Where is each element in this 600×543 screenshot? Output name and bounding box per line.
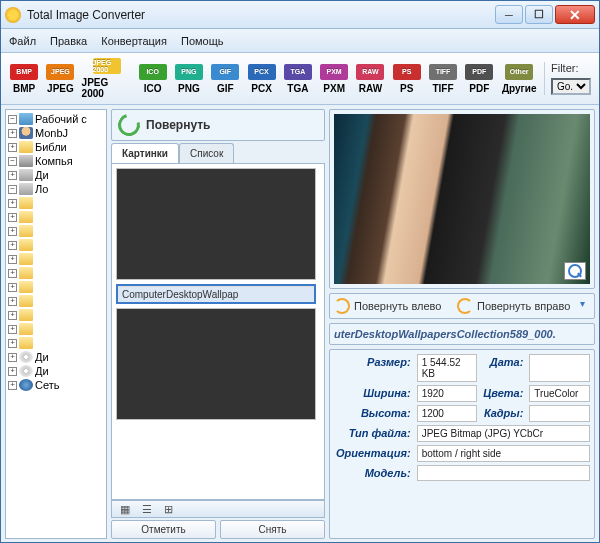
format-tga-button[interactable]: TGATGA (283, 64, 313, 94)
view-list-icon[interactable]: ☰ (142, 503, 152, 516)
tab-pictures[interactable]: Картинки (111, 143, 179, 163)
info-date (529, 354, 590, 382)
titlebar: Total Image Converter ─ ☐ ✕ (1, 1, 599, 29)
info-model (417, 465, 590, 481)
filter-label: Filter: (551, 62, 591, 74)
filename-display: uterDesktopWallpapersCollection589_000. (329, 323, 595, 345)
view-grid-icon[interactable]: ▦ (120, 503, 130, 516)
preview-image (334, 114, 590, 284)
rotate-title: Повернуть (146, 118, 211, 132)
info-width: 1920 (417, 385, 478, 402)
format-toolbar: BMPBMPJPEGJPEGJPEG 2000JPEG 2000ICOICOPN… (1, 53, 599, 105)
info-filetype: JPEG Bitmap (JPG) YCbCr (417, 425, 590, 442)
format-pxm-button[interactable]: PXMPXM (319, 64, 349, 94)
menu-convert[interactable]: Конвертация (101, 35, 167, 47)
menu-edit[interactable]: Правка (50, 35, 87, 47)
format-raw-button[interactable]: RAWRAW (355, 64, 385, 94)
thumbnail-list[interactable]: ComputerDesktopWallpap (111, 163, 325, 500)
rotate-right-button[interactable]: Повернуть вправо (457, 298, 576, 314)
thumbnail-image (117, 169, 315, 279)
info-frames (529, 405, 590, 422)
menu-help[interactable]: Помощь (181, 35, 224, 47)
minimize-button[interactable]: ─ (495, 5, 523, 24)
thumbnail-caption: ComputerDesktopWallpap (118, 286, 314, 302)
format-tiff-button[interactable]: TIFFTIFF (428, 64, 458, 94)
format-gif-button[interactable]: GIFGIF (210, 64, 240, 94)
close-button[interactable]: ✕ (555, 5, 595, 24)
format-pcx-button[interactable]: PCXPCX (246, 64, 276, 94)
format-pdf-button[interactable]: PDFPDF (464, 64, 494, 94)
window-title: Total Image Converter (27, 8, 495, 22)
maximize-button[interactable]: ☐ (525, 5, 553, 24)
info-colors: TrueColor (529, 385, 590, 402)
thumbnail-item[interactable] (116, 308, 316, 420)
format-jpeg-2000-button[interactable]: JPEG 2000JPEG 2000 (82, 58, 132, 99)
format-ico-button[interactable]: ICOICO (138, 64, 168, 94)
format-bmp-button[interactable]: BMPBMP (9, 64, 39, 94)
info-size: 1 544.52 KB (417, 354, 478, 382)
thumbnail-item[interactable] (116, 168, 316, 280)
view-detail-icon[interactable]: ⊞ (164, 503, 173, 516)
menu-file[interactable]: Файл (9, 35, 36, 47)
chevron-down-icon[interactable]: ▾ (580, 298, 590, 314)
info-panel: Размер:1 544.52 KB Дата: Ширина:1920 Цве… (329, 349, 595, 539)
rotate-icon (114, 110, 144, 140)
info-height: 1200 (417, 405, 478, 422)
filter-select[interactable]: Go.. (551, 78, 591, 95)
preview-panel (329, 109, 595, 289)
folder-tree[interactable]: −Рабочий с +MonbJ +Библи −Компья +Ди −Ло… (5, 109, 107, 539)
format-png-button[interactable]: PNGPNG (174, 64, 204, 94)
rotate-panel: Повернуть (111, 109, 325, 141)
format-jpeg-button[interactable]: JPEGJPEG (45, 64, 75, 94)
zoom-icon[interactable] (564, 262, 586, 280)
thumbnail-image (117, 309, 315, 419)
info-orientation: bottom / right side (417, 445, 590, 462)
menubar: Файл Правка Конвертация Помощь (1, 29, 599, 53)
format-другие-button[interactable]: OtherДругие (500, 64, 537, 94)
view-mode-bar: ▦ ☰ ⊞ (111, 500, 325, 518)
thumbnail-item[interactable]: ComputerDesktopWallpap (116, 284, 316, 304)
mark-button[interactable]: Отметить (111, 520, 216, 539)
tab-list[interactable]: Список (179, 143, 234, 163)
format-ps-button[interactable]: PSPS (392, 64, 422, 94)
rotate-left-button[interactable]: Повернуть влево (334, 298, 453, 314)
app-icon (5, 7, 21, 23)
unmark-button[interactable]: Снять (220, 520, 325, 539)
